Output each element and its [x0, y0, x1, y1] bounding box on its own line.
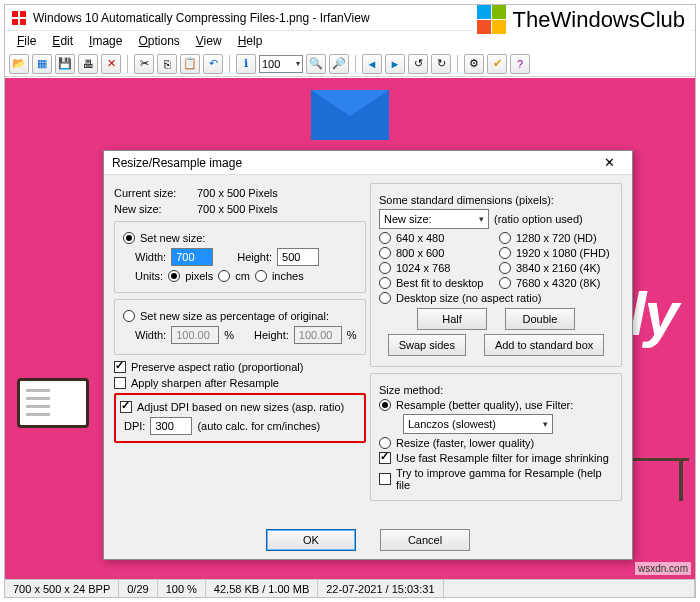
zoom-out-icon[interactable]: 🔎: [329, 54, 349, 74]
zoom-combo[interactable]: 100: [259, 55, 303, 73]
rotate-right-icon[interactable]: ↻: [431, 54, 451, 74]
status-index: 0/29: [119, 580, 157, 597]
sharpen-checkbox[interactable]: [114, 377, 126, 389]
standard-dims-group: Some standard dimensions (pixels): New s…: [370, 183, 622, 367]
rotate-left-icon[interactable]: ↺: [408, 54, 428, 74]
set-new-size-radio[interactable]: [123, 232, 135, 244]
current-size-label: Current size:: [114, 187, 192, 199]
dpi-input[interactable]: 300: [150, 417, 192, 435]
status-bar: 700 x 500 x 24 BPP 0/29 100 % 42.58 KB /…: [5, 579, 695, 597]
dim-800x600-radio[interactable]: [379, 247, 391, 259]
svg-rect-1: [20, 11, 26, 17]
svg-rect-2: [12, 19, 18, 25]
toolbar: 📂 ▦ 💾 🖶 ✕ ✂ ⎘ 📋 ↶ ℹ 100 🔍 🔎 ◄ ► ↺ ↻ ⚙ ✔ …: [5, 51, 695, 77]
menu-options[interactable]: Options: [130, 32, 187, 50]
zoom-in-icon[interactable]: 🔍: [306, 54, 326, 74]
new-size-label: New size:: [114, 203, 192, 215]
percent-label: Set new size as percentage of original:: [140, 310, 329, 322]
dim-1920x1080-radio[interactable]: [499, 247, 511, 259]
dpi-label: DPI:: [124, 420, 145, 432]
menu-help[interactable]: Help: [230, 32, 271, 50]
print-icon[interactable]: 🖶: [78, 54, 98, 74]
status-zoom: 100 %: [158, 580, 206, 597]
status-dims: 700 x 500 x 24 BPP: [5, 580, 119, 597]
set-new-size-label: Set new size:: [140, 232, 205, 244]
watermark: wsxdn.com: [635, 562, 691, 575]
ok-button[interactable]: OK: [266, 529, 356, 551]
help-icon[interactable]: ?: [510, 54, 530, 74]
open-icon[interactable]: 📂: [9, 54, 29, 74]
size-method-group: Size method: Resample (better quality), …: [370, 373, 622, 501]
set-new-size-group: Set new size: Width: 700 Height: 500 Uni…: [114, 221, 366, 293]
current-size-value: 700 x 500 Pixels: [197, 187, 278, 199]
save-icon[interactable]: 💾: [55, 54, 75, 74]
menu-view[interactable]: View: [188, 32, 230, 50]
delete-icon[interactable]: ✕: [101, 54, 121, 74]
percent-radio[interactable]: [123, 310, 135, 322]
dim-desktop-radio[interactable]: [379, 292, 391, 304]
menu-edit[interactable]: Edit: [44, 32, 81, 50]
info-icon[interactable]: ℹ: [236, 54, 256, 74]
size-method-label: Size method:: [379, 384, 613, 396]
brand-overlay: TheWindowsClub: [471, 5, 691, 35]
add-standard-button[interactable]: Add to standard box: [484, 334, 604, 356]
units-cm-radio[interactable]: [218, 270, 230, 282]
units-inches-radio[interactable]: [255, 270, 267, 282]
std-size-dropdown[interactable]: New size:: [379, 209, 489, 229]
units-label: Units:: [135, 270, 163, 282]
std-dims-label: Some standard dimensions (pixels):: [379, 194, 613, 206]
dpi-note: (auto calc. for cm/inches): [197, 420, 320, 432]
dialog-titlebar: Resize/Resample image ✕: [104, 151, 632, 175]
dialog-close-button[interactable]: ✕: [594, 155, 624, 170]
half-button[interactable]: Half: [417, 308, 487, 330]
check-icon[interactable]: ✔: [487, 54, 507, 74]
height-label: Height:: [237, 251, 272, 263]
undo-icon[interactable]: ↶: [203, 54, 223, 74]
pct-width-input[interactable]: 100.00: [171, 326, 219, 344]
dim-bestfit-radio[interactable]: [379, 277, 391, 289]
app-icon: [11, 10, 27, 26]
width-input[interactable]: 700: [171, 248, 213, 266]
pct-height-input[interactable]: 100.00: [294, 326, 342, 344]
double-button[interactable]: Double: [505, 308, 575, 330]
dim-1024x768-radio[interactable]: [379, 262, 391, 274]
dim-7680x4320-radio[interactable]: [499, 277, 511, 289]
dim-3840x2160-radio[interactable]: [499, 262, 511, 274]
envelope-graphic: [311, 90, 389, 140]
height-input[interactable]: 500: [277, 248, 319, 266]
cancel-button[interactable]: Cancel: [380, 529, 470, 551]
copy-icon[interactable]: ⎘: [157, 54, 177, 74]
dialog-title: Resize/Resample image: [112, 156, 242, 170]
fast-resample-checkbox[interactable]: [379, 452, 391, 464]
menu-image[interactable]: Image: [81, 32, 130, 50]
slideshow-icon[interactable]: ▦: [32, 54, 52, 74]
gamma-checkbox[interactable]: [379, 473, 391, 485]
units-pixels-radio[interactable]: [168, 270, 180, 282]
new-size-value: 700 x 500 Pixels: [197, 203, 278, 215]
next-icon[interactable]: ►: [385, 54, 405, 74]
paste-icon[interactable]: 📋: [180, 54, 200, 74]
menu-file[interactable]: File: [9, 32, 44, 50]
resize-radio[interactable]: [379, 437, 391, 449]
dim-1280x720-radio[interactable]: [499, 232, 511, 244]
prev-icon[interactable]: ◄: [362, 54, 382, 74]
main-window: Windows 10 Automatically Compressing Fil…: [4, 4, 696, 598]
filter-dropdown[interactable]: Lanczos (slowest): [403, 414, 553, 434]
dpi-highlight: Adjust DPI based on new sizes (asp. rati…: [114, 393, 366, 443]
svg-rect-0: [12, 11, 18, 17]
resample-radio[interactable]: [379, 399, 391, 411]
percent-group: Set new size as percentage of original: …: [114, 299, 366, 355]
width-label: Width:: [135, 251, 166, 263]
left-column: Current size:700 x 500 Pixels New size:7…: [114, 183, 366, 517]
right-column: Some standard dimensions (pixels): New s…: [370, 183, 622, 517]
resize-dialog: Resize/Resample image ✕ Current size:700…: [103, 150, 633, 560]
adjust-dpi-checkbox[interactable]: [120, 401, 132, 413]
laptop-graphic: [17, 378, 107, 518]
svg-rect-3: [20, 19, 26, 25]
swap-sides-button[interactable]: Swap sides: [388, 334, 466, 356]
dialog-footer: OK Cancel: [104, 523, 632, 557]
preserve-aspect-checkbox[interactable]: [114, 361, 126, 373]
dim-640x480-radio[interactable]: [379, 232, 391, 244]
settings-icon[interactable]: ⚙: [464, 54, 484, 74]
cut-icon[interactable]: ✂: [134, 54, 154, 74]
